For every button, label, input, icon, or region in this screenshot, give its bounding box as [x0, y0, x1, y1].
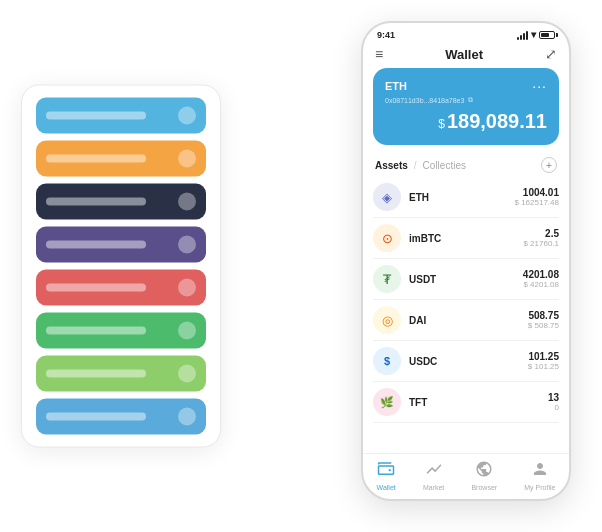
card-icon	[178, 107, 196, 125]
profile-nav-icon	[531, 460, 549, 482]
add-asset-button[interactable]: +	[541, 157, 557, 173]
dai-icon: ◎	[373, 306, 401, 334]
card-icon	[178, 322, 196, 340]
card-item	[36, 356, 206, 392]
asset-item-imbtc[interactable]: ⊙ imBTC 2.5 $ 21760.1	[373, 218, 559, 259]
nav-profile[interactable]: My Profile	[524, 460, 555, 491]
dai-amount: 508.75	[528, 310, 559, 321]
eth-usd: $ 162517.48	[515, 198, 560, 207]
menu-icon[interactable]: ≡	[375, 46, 383, 62]
asset-item-eth[interactable]: ◈ ETH 1004.01 $ 162517.48	[373, 177, 559, 218]
eth-card-header: ETH ···	[385, 78, 547, 94]
card-stack	[21, 85, 221, 448]
currency-symbol: $	[438, 117, 445, 131]
asset-name-eth: ETH	[409, 192, 515, 203]
assets-tabs: Assets / Collecties	[375, 160, 466, 171]
tab-collecties[interactable]: Collecties	[423, 160, 466, 171]
usdt-icon: ₮	[373, 265, 401, 293]
usdc-amount: 101.25	[528, 351, 559, 362]
card-icon	[178, 365, 196, 383]
nav-market-label: Market	[423, 484, 444, 491]
asset-values-usdc: 101.25 $ 101.25	[528, 351, 559, 371]
nav-market[interactable]: Market	[423, 460, 444, 491]
eth-card-label: ETH	[385, 80, 407, 92]
wallet-nav-icon	[377, 460, 395, 482]
eth-card-menu[interactable]: ···	[532, 78, 547, 94]
wifi-icon: ▾	[531, 29, 536, 40]
card-bar	[46, 370, 146, 378]
nav-bar: ≡ Wallet ⤢	[363, 42, 569, 68]
asset-item-usdt[interactable]: ₮ USDT 4201.08 $ 4201.08	[373, 259, 559, 300]
phone: 9:41 ▾ ≡ Wallet ⤢ ETH ···	[361, 21, 571, 501]
nav-wallet[interactable]: Wallet	[377, 460, 396, 491]
asset-values-usdt: 4201.08 $ 4201.08	[523, 269, 559, 289]
card-icon	[178, 279, 196, 297]
card-icon	[178, 150, 196, 168]
imbtc-icon: ⊙	[373, 224, 401, 252]
nav-browser[interactable]: Browser	[471, 460, 497, 491]
page-title: Wallet	[445, 47, 483, 62]
market-nav-icon	[425, 460, 443, 482]
card-bar	[46, 198, 146, 206]
scene: 9:41 ▾ ≡ Wallet ⤢ ETH ···	[21, 21, 581, 511]
card-item	[36, 227, 206, 263]
card-bar	[46, 327, 146, 335]
eth-amount: 1004.01	[515, 187, 560, 198]
usdt-amount: 4201.08	[523, 269, 559, 280]
imbtc-amount: 2.5	[523, 228, 559, 239]
status-bar: 9:41 ▾	[363, 23, 569, 42]
asset-name-dai: DAI	[409, 315, 528, 326]
asset-item-dai[interactable]: ◎ DAI 508.75 $ 508.75	[373, 300, 559, 341]
status-icons: ▾	[517, 29, 555, 40]
card-item	[36, 270, 206, 306]
dai-usd: $ 508.75	[528, 321, 559, 330]
eth-wallet-card[interactable]: ETH ··· 0x08711d3b...8418a78e3 ⧉ $189,08…	[373, 68, 559, 145]
signal-bars-icon	[517, 30, 528, 40]
tab-separator: /	[414, 160, 417, 171]
browser-nav-icon	[475, 460, 493, 482]
asset-values-imbtc: 2.5 $ 21760.1	[523, 228, 559, 248]
imbtc-usd: $ 21760.1	[523, 239, 559, 248]
card-item	[36, 184, 206, 220]
copy-icon[interactable]: ⧉	[468, 96, 473, 104]
nav-wallet-label: Wallet	[377, 484, 396, 491]
asset-name-imbtc: imBTC	[409, 233, 523, 244]
nav-browser-label: Browser	[471, 484, 497, 491]
battery-icon	[539, 31, 555, 39]
bottom-nav: Wallet Market Browser My Profile	[363, 453, 569, 499]
eth-icon: ◈	[373, 183, 401, 211]
card-icon	[178, 236, 196, 254]
asset-item-usdc[interactable]: $ USDC 101.25 $ 101.25	[373, 341, 559, 382]
card-bar	[46, 112, 146, 120]
eth-balance: $189,089.11	[385, 110, 547, 133]
asset-item-tft[interactable]: 🌿 TFT 13 0	[373, 382, 559, 423]
time: 9:41	[377, 30, 395, 40]
asset-values-tft: 13 0	[548, 392, 559, 412]
tft-amount: 13	[548, 392, 559, 403]
usdc-usd: $ 101.25	[528, 362, 559, 371]
svg-point-0	[389, 469, 391, 471]
nav-profile-label: My Profile	[524, 484, 555, 491]
asset-list: ◈ ETH 1004.01 $ 162517.48 ⊙ imBTC 2.5 $ …	[363, 177, 569, 453]
asset-values-dai: 508.75 $ 508.75	[528, 310, 559, 330]
card-bar	[46, 413, 146, 421]
usdt-usd: $ 4201.08	[523, 280, 559, 289]
tft-usd: 0	[548, 403, 559, 412]
card-bar	[46, 241, 146, 249]
tab-assets[interactable]: Assets	[375, 160, 408, 171]
tft-icon: 🌿	[373, 388, 401, 416]
eth-address: 0x08711d3b...8418a78e3 ⧉	[385, 96, 547, 104]
card-icon	[178, 408, 196, 426]
card-item	[36, 313, 206, 349]
card-item	[36, 141, 206, 177]
asset-name-usdt: USDT	[409, 274, 523, 285]
card-item	[36, 399, 206, 435]
card-bar	[46, 284, 146, 292]
card-bar	[46, 155, 146, 163]
assets-header: Assets / Collecties +	[363, 153, 569, 177]
usdc-icon: $	[373, 347, 401, 375]
card-icon	[178, 193, 196, 211]
asset-name-tft: TFT	[409, 397, 548, 408]
card-item	[36, 98, 206, 134]
expand-icon[interactable]: ⤢	[545, 46, 557, 62]
